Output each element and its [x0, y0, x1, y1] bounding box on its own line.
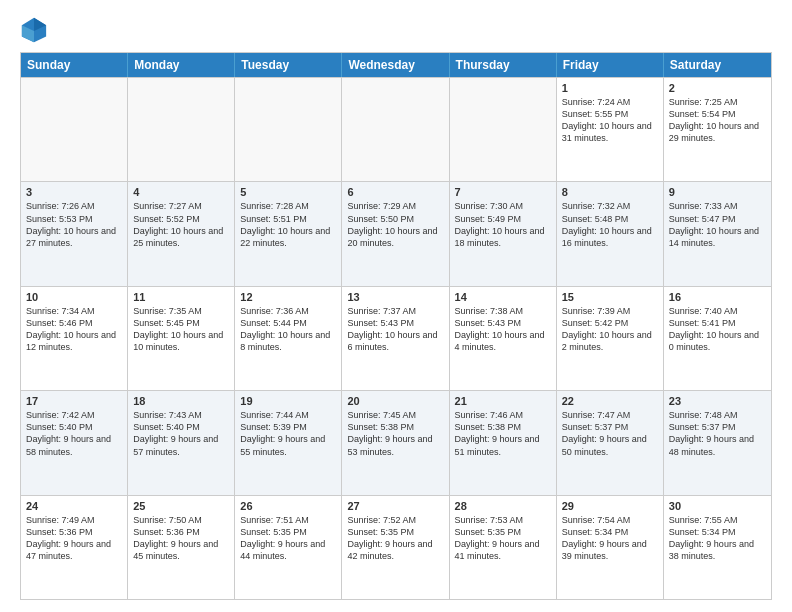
logo: [20, 16, 52, 44]
cal-cell: 24Sunrise: 7:49 AMSunset: 5:36 PMDayligh…: [21, 496, 128, 599]
cal-cell: 15Sunrise: 7:39 AMSunset: 5:42 PMDayligh…: [557, 287, 664, 390]
cal-cell: 9Sunrise: 7:33 AMSunset: 5:47 PMDaylight…: [664, 182, 771, 285]
day-number: 6: [347, 186, 443, 198]
cell-info: Sunrise: 7:37 AMSunset: 5:43 PMDaylight:…: [347, 305, 443, 354]
calendar: SundayMondayTuesdayWednesdayThursdayFrid…: [20, 52, 772, 600]
cell-info: Sunrise: 7:35 AMSunset: 5:45 PMDaylight:…: [133, 305, 229, 354]
day-number: 10: [26, 291, 122, 303]
logo-icon: [20, 16, 48, 44]
page: SundayMondayTuesdayWednesdayThursdayFrid…: [0, 0, 792, 612]
cell-info: Sunrise: 7:53 AMSunset: 5:35 PMDaylight:…: [455, 514, 551, 563]
day-number: 18: [133, 395, 229, 407]
cal-cell: 14Sunrise: 7:38 AMSunset: 5:43 PMDayligh…: [450, 287, 557, 390]
cal-cell: 1Sunrise: 7:24 AMSunset: 5:55 PMDaylight…: [557, 78, 664, 181]
day-number: 21: [455, 395, 551, 407]
day-number: 7: [455, 186, 551, 198]
cell-info: Sunrise: 7:33 AMSunset: 5:47 PMDaylight:…: [669, 200, 766, 249]
cell-info: Sunrise: 7:45 AMSunset: 5:38 PMDaylight:…: [347, 409, 443, 458]
cal-cell: 20Sunrise: 7:45 AMSunset: 5:38 PMDayligh…: [342, 391, 449, 494]
cell-info: Sunrise: 7:52 AMSunset: 5:35 PMDaylight:…: [347, 514, 443, 563]
cal-cell: 6Sunrise: 7:29 AMSunset: 5:50 PMDaylight…: [342, 182, 449, 285]
day-number: 8: [562, 186, 658, 198]
cal-cell: 8Sunrise: 7:32 AMSunset: 5:48 PMDaylight…: [557, 182, 664, 285]
day-number: 14: [455, 291, 551, 303]
cal-cell: 17Sunrise: 7:42 AMSunset: 5:40 PMDayligh…: [21, 391, 128, 494]
week-row-3: 10Sunrise: 7:34 AMSunset: 5:46 PMDayligh…: [21, 286, 771, 390]
cell-info: Sunrise: 7:34 AMSunset: 5:46 PMDaylight:…: [26, 305, 122, 354]
cal-cell: 23Sunrise: 7:48 AMSunset: 5:37 PMDayligh…: [664, 391, 771, 494]
day-number: 28: [455, 500, 551, 512]
day-header-saturday: Saturday: [664, 53, 771, 77]
cell-info: Sunrise: 7:32 AMSunset: 5:48 PMDaylight:…: [562, 200, 658, 249]
day-number: 1: [562, 82, 658, 94]
day-number: 12: [240, 291, 336, 303]
cell-info: Sunrise: 7:24 AMSunset: 5:55 PMDaylight:…: [562, 96, 658, 145]
week-row-4: 17Sunrise: 7:42 AMSunset: 5:40 PMDayligh…: [21, 390, 771, 494]
cal-cell: 29Sunrise: 7:54 AMSunset: 5:34 PMDayligh…: [557, 496, 664, 599]
cell-info: Sunrise: 7:54 AMSunset: 5:34 PMDaylight:…: [562, 514, 658, 563]
day-number: 20: [347, 395, 443, 407]
cal-cell: [21, 78, 128, 181]
day-number: 25: [133, 500, 229, 512]
day-number: 13: [347, 291, 443, 303]
day-number: 9: [669, 186, 766, 198]
cal-cell: 19Sunrise: 7:44 AMSunset: 5:39 PMDayligh…: [235, 391, 342, 494]
cal-cell: 27Sunrise: 7:52 AMSunset: 5:35 PMDayligh…: [342, 496, 449, 599]
day-number: 23: [669, 395, 766, 407]
day-number: 30: [669, 500, 766, 512]
cal-cell: 25Sunrise: 7:50 AMSunset: 5:36 PMDayligh…: [128, 496, 235, 599]
cal-cell: [235, 78, 342, 181]
cell-info: Sunrise: 7:30 AMSunset: 5:49 PMDaylight:…: [455, 200, 551, 249]
cell-info: Sunrise: 7:28 AMSunset: 5:51 PMDaylight:…: [240, 200, 336, 249]
cell-info: Sunrise: 7:38 AMSunset: 5:43 PMDaylight:…: [455, 305, 551, 354]
cell-info: Sunrise: 7:50 AMSunset: 5:36 PMDaylight:…: [133, 514, 229, 563]
week-row-1: 1Sunrise: 7:24 AMSunset: 5:55 PMDaylight…: [21, 77, 771, 181]
day-number: 4: [133, 186, 229, 198]
cell-info: Sunrise: 7:46 AMSunset: 5:38 PMDaylight:…: [455, 409, 551, 458]
day-number: 2: [669, 82, 766, 94]
week-row-2: 3Sunrise: 7:26 AMSunset: 5:53 PMDaylight…: [21, 181, 771, 285]
day-number: 22: [562, 395, 658, 407]
cal-cell: 16Sunrise: 7:40 AMSunset: 5:41 PMDayligh…: [664, 287, 771, 390]
cell-info: Sunrise: 7:51 AMSunset: 5:35 PMDaylight:…: [240, 514, 336, 563]
cal-cell: 18Sunrise: 7:43 AMSunset: 5:40 PMDayligh…: [128, 391, 235, 494]
cell-info: Sunrise: 7:40 AMSunset: 5:41 PMDaylight:…: [669, 305, 766, 354]
day-number: 11: [133, 291, 229, 303]
cell-info: Sunrise: 7:55 AMSunset: 5:34 PMDaylight:…: [669, 514, 766, 563]
header: [20, 16, 772, 44]
cal-cell: 22Sunrise: 7:47 AMSunset: 5:37 PMDayligh…: [557, 391, 664, 494]
day-number: 26: [240, 500, 336, 512]
cell-info: Sunrise: 7:42 AMSunset: 5:40 PMDaylight:…: [26, 409, 122, 458]
cell-info: Sunrise: 7:47 AMSunset: 5:37 PMDaylight:…: [562, 409, 658, 458]
day-number: 19: [240, 395, 336, 407]
cal-cell: 21Sunrise: 7:46 AMSunset: 5:38 PMDayligh…: [450, 391, 557, 494]
cal-cell: [450, 78, 557, 181]
day-header-thursday: Thursday: [450, 53, 557, 77]
cell-info: Sunrise: 7:49 AMSunset: 5:36 PMDaylight:…: [26, 514, 122, 563]
day-number: 27: [347, 500, 443, 512]
day-number: 29: [562, 500, 658, 512]
day-number: 15: [562, 291, 658, 303]
cell-info: Sunrise: 7:48 AMSunset: 5:37 PMDaylight:…: [669, 409, 766, 458]
cell-info: Sunrise: 7:36 AMSunset: 5:44 PMDaylight:…: [240, 305, 336, 354]
cell-info: Sunrise: 7:26 AMSunset: 5:53 PMDaylight:…: [26, 200, 122, 249]
cal-cell: 12Sunrise: 7:36 AMSunset: 5:44 PMDayligh…: [235, 287, 342, 390]
cell-info: Sunrise: 7:43 AMSunset: 5:40 PMDaylight:…: [133, 409, 229, 458]
cal-cell: 28Sunrise: 7:53 AMSunset: 5:35 PMDayligh…: [450, 496, 557, 599]
calendar-body: 1Sunrise: 7:24 AMSunset: 5:55 PMDaylight…: [21, 77, 771, 599]
cell-info: Sunrise: 7:44 AMSunset: 5:39 PMDaylight:…: [240, 409, 336, 458]
cell-info: Sunrise: 7:39 AMSunset: 5:42 PMDaylight:…: [562, 305, 658, 354]
day-header-friday: Friday: [557, 53, 664, 77]
day-number: 3: [26, 186, 122, 198]
day-number: 5: [240, 186, 336, 198]
day-header-tuesday: Tuesday: [235, 53, 342, 77]
cell-info: Sunrise: 7:25 AMSunset: 5:54 PMDaylight:…: [669, 96, 766, 145]
cal-cell: 5Sunrise: 7:28 AMSunset: 5:51 PMDaylight…: [235, 182, 342, 285]
day-number: 16: [669, 291, 766, 303]
cell-info: Sunrise: 7:27 AMSunset: 5:52 PMDaylight:…: [133, 200, 229, 249]
day-number: 17: [26, 395, 122, 407]
week-row-5: 24Sunrise: 7:49 AMSunset: 5:36 PMDayligh…: [21, 495, 771, 599]
day-header-wednesday: Wednesday: [342, 53, 449, 77]
day-header-monday: Monday: [128, 53, 235, 77]
cal-cell: 7Sunrise: 7:30 AMSunset: 5:49 PMDaylight…: [450, 182, 557, 285]
